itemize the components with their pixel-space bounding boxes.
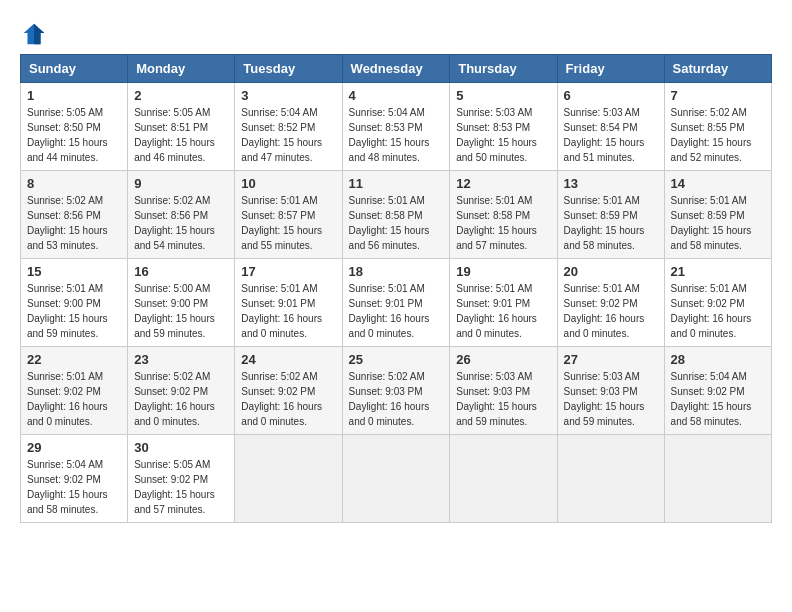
day-number: 26 [456, 352, 550, 367]
page-header [20, 20, 772, 48]
day-number: 3 [241, 88, 335, 103]
day-number: 20 [564, 264, 658, 279]
day-number: 6 [564, 88, 658, 103]
day-number: 25 [349, 352, 444, 367]
calendar-cell: 9Sunrise: 5:02 AM Sunset: 8:56 PM Daylig… [128, 171, 235, 259]
calendar-cell: 5Sunrise: 5:03 AM Sunset: 8:53 PM Daylig… [450, 83, 557, 171]
day-number: 13 [564, 176, 658, 191]
calendar-cell: 15Sunrise: 5:01 AM Sunset: 9:00 PM Dayli… [21, 259, 128, 347]
day-info: Sunrise: 5:03 AM Sunset: 9:03 PM Dayligh… [564, 369, 658, 429]
day-number: 8 [27, 176, 121, 191]
calendar-cell: 27Sunrise: 5:03 AM Sunset: 9:03 PM Dayli… [557, 347, 664, 435]
day-number: 10 [241, 176, 335, 191]
day-info: Sunrise: 5:01 AM Sunset: 9:02 PM Dayligh… [27, 369, 121, 429]
day-number: 19 [456, 264, 550, 279]
day-number: 24 [241, 352, 335, 367]
day-number: 12 [456, 176, 550, 191]
calendar-cell: 26Sunrise: 5:03 AM Sunset: 9:03 PM Dayli… [450, 347, 557, 435]
day-info: Sunrise: 5:01 AM Sunset: 9:01 PM Dayligh… [349, 281, 444, 341]
calendar-cell [557, 435, 664, 523]
logo-icon [20, 20, 48, 48]
calendar-cell: 19Sunrise: 5:01 AM Sunset: 9:01 PM Dayli… [450, 259, 557, 347]
calendar-cell [235, 435, 342, 523]
calendar-cell: 10Sunrise: 5:01 AM Sunset: 8:57 PM Dayli… [235, 171, 342, 259]
day-info: Sunrise: 5:03 AM Sunset: 8:53 PM Dayligh… [456, 105, 550, 165]
calendar-week-2: 8Sunrise: 5:02 AM Sunset: 8:56 PM Daylig… [21, 171, 772, 259]
day-number: 30 [134, 440, 228, 455]
calendar-cell [450, 435, 557, 523]
day-info: Sunrise: 5:01 AM Sunset: 9:00 PM Dayligh… [27, 281, 121, 341]
day-info: Sunrise: 5:01 AM Sunset: 9:02 PM Dayligh… [564, 281, 658, 341]
day-number: 15 [27, 264, 121, 279]
day-info: Sunrise: 5:01 AM Sunset: 8:59 PM Dayligh… [671, 193, 765, 253]
calendar-header-friday: Friday [557, 55, 664, 83]
day-number: 5 [456, 88, 550, 103]
calendar-cell: 24Sunrise: 5:02 AM Sunset: 9:02 PM Dayli… [235, 347, 342, 435]
day-number: 21 [671, 264, 765, 279]
day-number: 28 [671, 352, 765, 367]
calendar-cell: 14Sunrise: 5:01 AM Sunset: 8:59 PM Dayli… [664, 171, 771, 259]
day-info: Sunrise: 5:02 AM Sunset: 8:55 PM Dayligh… [671, 105, 765, 165]
calendar-header-saturday: Saturday [664, 55, 771, 83]
calendar-cell: 8Sunrise: 5:02 AM Sunset: 8:56 PM Daylig… [21, 171, 128, 259]
day-number: 16 [134, 264, 228, 279]
calendar-cell: 7Sunrise: 5:02 AM Sunset: 8:55 PM Daylig… [664, 83, 771, 171]
day-number: 18 [349, 264, 444, 279]
day-info: Sunrise: 5:04 AM Sunset: 8:53 PM Dayligh… [349, 105, 444, 165]
day-info: Sunrise: 5:01 AM Sunset: 8:58 PM Dayligh… [456, 193, 550, 253]
calendar-cell: 23Sunrise: 5:02 AM Sunset: 9:02 PM Dayli… [128, 347, 235, 435]
day-number: 4 [349, 88, 444, 103]
day-info: Sunrise: 5:01 AM Sunset: 8:57 PM Dayligh… [241, 193, 335, 253]
day-number: 14 [671, 176, 765, 191]
day-info: Sunrise: 5:02 AM Sunset: 9:03 PM Dayligh… [349, 369, 444, 429]
day-info: Sunrise: 5:05 AM Sunset: 9:02 PM Dayligh… [134, 457, 228, 517]
calendar-cell: 2Sunrise: 5:05 AM Sunset: 8:51 PM Daylig… [128, 83, 235, 171]
calendar-cell: 6Sunrise: 5:03 AM Sunset: 8:54 PM Daylig… [557, 83, 664, 171]
day-info: Sunrise: 5:01 AM Sunset: 9:01 PM Dayligh… [456, 281, 550, 341]
day-info: Sunrise: 5:05 AM Sunset: 8:50 PM Dayligh… [27, 105, 121, 165]
calendar-week-5: 29Sunrise: 5:04 AM Sunset: 9:02 PM Dayli… [21, 435, 772, 523]
day-number: 11 [349, 176, 444, 191]
calendar-header-wednesday: Wednesday [342, 55, 450, 83]
day-info: Sunrise: 5:04 AM Sunset: 9:02 PM Dayligh… [671, 369, 765, 429]
day-info: Sunrise: 5:03 AM Sunset: 8:54 PM Dayligh… [564, 105, 658, 165]
day-number: 23 [134, 352, 228, 367]
calendar-cell: 29Sunrise: 5:04 AM Sunset: 9:02 PM Dayli… [21, 435, 128, 523]
calendar-cell: 28Sunrise: 5:04 AM Sunset: 9:02 PM Dayli… [664, 347, 771, 435]
calendar-cell: 30Sunrise: 5:05 AM Sunset: 9:02 PM Dayli… [128, 435, 235, 523]
day-number: 7 [671, 88, 765, 103]
day-info: Sunrise: 5:01 AM Sunset: 8:58 PM Dayligh… [349, 193, 444, 253]
calendar-cell: 18Sunrise: 5:01 AM Sunset: 9:01 PM Dayli… [342, 259, 450, 347]
logo [20, 20, 52, 48]
calendar-header-sunday: Sunday [21, 55, 128, 83]
day-info: Sunrise: 5:02 AM Sunset: 9:02 PM Dayligh… [241, 369, 335, 429]
calendar-cell: 11Sunrise: 5:01 AM Sunset: 8:58 PM Dayli… [342, 171, 450, 259]
day-info: Sunrise: 5:04 AM Sunset: 8:52 PM Dayligh… [241, 105, 335, 165]
calendar-table: SundayMondayTuesdayWednesdayThursdayFrid… [20, 54, 772, 523]
day-info: Sunrise: 5:02 AM Sunset: 8:56 PM Dayligh… [134, 193, 228, 253]
day-number: 1 [27, 88, 121, 103]
day-info: Sunrise: 5:05 AM Sunset: 8:51 PM Dayligh… [134, 105, 228, 165]
calendar-cell: 13Sunrise: 5:01 AM Sunset: 8:59 PM Dayli… [557, 171, 664, 259]
day-info: Sunrise: 5:00 AM Sunset: 9:00 PM Dayligh… [134, 281, 228, 341]
day-number: 17 [241, 264, 335, 279]
day-info: Sunrise: 5:02 AM Sunset: 9:02 PM Dayligh… [134, 369, 228, 429]
day-number: 29 [27, 440, 121, 455]
calendar-header-tuesday: Tuesday [235, 55, 342, 83]
day-number: 22 [27, 352, 121, 367]
day-info: Sunrise: 5:03 AM Sunset: 9:03 PM Dayligh… [456, 369, 550, 429]
day-info: Sunrise: 5:01 AM Sunset: 9:02 PM Dayligh… [671, 281, 765, 341]
svg-marker-1 [34, 24, 44, 45]
day-number: 9 [134, 176, 228, 191]
day-info: Sunrise: 5:01 AM Sunset: 8:59 PM Dayligh… [564, 193, 658, 253]
calendar-cell: 4Sunrise: 5:04 AM Sunset: 8:53 PM Daylig… [342, 83, 450, 171]
calendar-cell: 20Sunrise: 5:01 AM Sunset: 9:02 PM Dayli… [557, 259, 664, 347]
day-info: Sunrise: 5:01 AM Sunset: 9:01 PM Dayligh… [241, 281, 335, 341]
day-number: 27 [564, 352, 658, 367]
day-info: Sunrise: 5:04 AM Sunset: 9:02 PM Dayligh… [27, 457, 121, 517]
calendar-header-row: SundayMondayTuesdayWednesdayThursdayFrid… [21, 55, 772, 83]
calendar-cell: 16Sunrise: 5:00 AM Sunset: 9:00 PM Dayli… [128, 259, 235, 347]
day-number: 2 [134, 88, 228, 103]
calendar-cell: 3Sunrise: 5:04 AM Sunset: 8:52 PM Daylig… [235, 83, 342, 171]
calendar-cell [342, 435, 450, 523]
